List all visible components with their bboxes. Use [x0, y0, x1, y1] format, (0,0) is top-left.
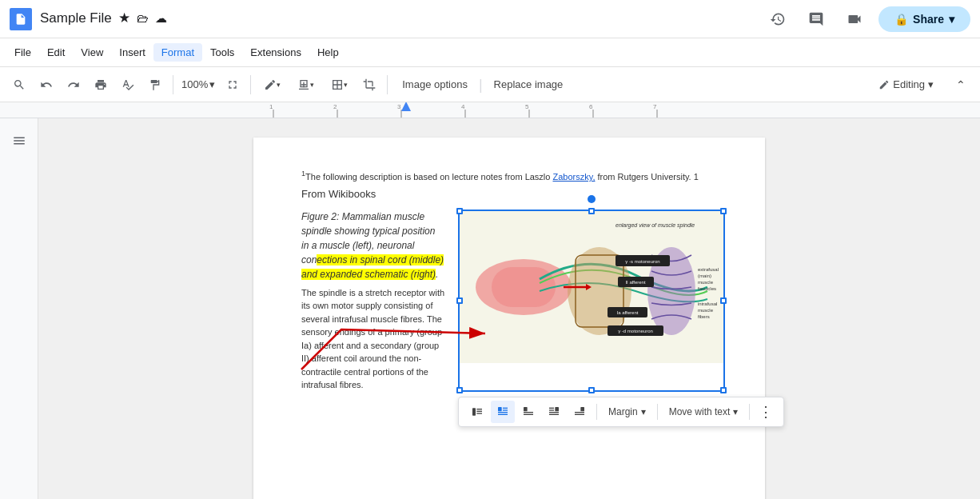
svg-text:4: 4	[461, 103, 465, 110]
chevron-up-icon: ⌃	[956, 78, 966, 91]
move-dropdown-icon: ▾	[733, 406, 738, 417]
svg-text:Ia afferent: Ia afferent	[617, 310, 639, 315]
margin-dropdown-button[interactable]: Margin ▾	[602, 403, 652, 421]
svg-text:enlarged view of muscle spindl: enlarged view of muscle spindle	[615, 222, 695, 229]
image-handle-top-center[interactable]	[588, 195, 596, 203]
document-page: 1The following description is based on l…	[253, 138, 765, 499]
comments-button[interactable]	[802, 5, 831, 34]
svg-text:fibers: fibers	[698, 314, 710, 319]
margin-label: Margin	[608, 406, 638, 417]
print-button[interactable]	[88, 72, 114, 98]
redo-button[interactable]	[61, 72, 86, 98]
border-button[interactable]: ▾	[289, 72, 321, 98]
svg-text:5: 5	[525, 103, 529, 110]
image-handle-top-middle[interactable]	[588, 208, 595, 214]
move-with-text-dropdown-button[interactable]: Move with text ▾	[663, 403, 745, 421]
collapse-toolbar-button[interactable]: ⌃	[948, 72, 974, 98]
figure-body-text: The spindle is a stretch receptor with i…	[301, 286, 445, 392]
replace-image-button[interactable]: Replace image	[484, 75, 573, 94]
image-handle-top-right[interactable]	[720, 208, 727, 214]
img-align-break-left-button[interactable]	[516, 401, 540, 423]
doc-title: Sample File	[40, 10, 112, 26]
menu-view[interactable]: View	[73, 43, 111, 62]
svg-text:fascicles: fascicles	[698, 286, 716, 291]
img-align-wrap-left-button[interactable]	[491, 401, 515, 423]
menu-help[interactable]: Help	[309, 43, 347, 62]
img-align-wrap-right-button[interactable]	[542, 401, 566, 423]
zoom-dropdown-icon: ▾	[209, 78, 215, 90]
footnote-text: 1The following description is based on l…	[301, 170, 717, 182]
image-options-button[interactable]: Image options	[392, 75, 477, 94]
svg-text:1: 1	[269, 103, 273, 110]
title-info: Sample File ★ 🗁 ☁	[40, 10, 763, 26]
svg-text:extrafusal: extrafusal	[698, 267, 719, 272]
pen-color-button[interactable]: ▾	[256, 72, 288, 98]
meet-button[interactable]	[840, 5, 869, 34]
crop-button[interactable]	[357, 72, 382, 98]
more-options-icon: ⋮	[759, 403, 773, 421]
figure-caption-text: Figure 2: Mammalian muscle spindle showi…	[301, 211, 444, 280]
margin-dropdown-icon: ▾	[641, 406, 646, 417]
document-scroll[interactable]: 1The following description is based on l…	[38, 118, 980, 499]
content-area: 1The following description is based on l…	[0, 118, 980, 499]
menu-edit[interactable]: Edit	[39, 43, 73, 62]
svg-text:muscle: muscle	[698, 308, 714, 313]
zoom-value: 100%	[181, 78, 208, 90]
image-placeholder: enlarged view of muscle spindle γ -s mot…	[460, 211, 723, 363]
toolbar-divider-2	[250, 75, 251, 94]
image-container[interactable]: enlarged view of muscle spindle γ -s mot…	[458, 210, 725, 392]
svg-text:muscle: muscle	[698, 280, 714, 285]
svg-text:intrafusal: intrafusal	[698, 301, 717, 306]
image-handle-top-left[interactable]	[456, 208, 463, 214]
fullscreen-button[interactable]	[220, 72, 245, 98]
table-border-button[interactable]: ▾	[323, 72, 355, 98]
menu-insert[interactable]: Insert	[111, 43, 153, 62]
zoom-control[interactable]: 100% ▾	[178, 77, 218, 92]
menu-file[interactable]: File	[6, 43, 39, 62]
svg-text:II afferent: II afferent	[625, 280, 646, 285]
img-toolbar-divider-3	[749, 404, 750, 420]
title-actions: 🔒 Share ▾	[763, 5, 970, 34]
menu-extensions[interactable]: Extensions	[242, 43, 309, 62]
folder-icon[interactable]: 🗁	[137, 11, 149, 26]
image-toolbar: Margin ▾ Move with text ▾ ⋮	[458, 397, 784, 427]
search-toolbar-button[interactable]	[6, 72, 32, 98]
menu-tools[interactable]: Tools	[202, 43, 242, 62]
share-button[interactable]: 🔒 Share ▾	[878, 6, 970, 32]
figure-section: Figure 2: Mammalian muscle spindle showi…	[301, 210, 717, 392]
image-handle-middle-right[interactable]	[720, 297, 727, 304]
menu-format[interactable]: Format	[153, 43, 202, 62]
image-more-options-button[interactable]: ⋮	[755, 401, 777, 423]
editing-label: Editing	[893, 78, 925, 90]
svg-text:γ -d motoneuron: γ -d motoneuron	[618, 329, 653, 333]
cloud-icon[interactable]: ☁	[155, 11, 167, 26]
star-icon[interactable]: ★	[118, 10, 130, 26]
svg-rect-17	[492, 267, 556, 307]
image-handle-bottom-left[interactable]	[456, 387, 463, 393]
app-icon	[10, 8, 32, 30]
left-sidebar	[0, 118, 38, 499]
footnote-link[interactable]: Zaborszky,	[552, 172, 595, 182]
move-with-text-label: Move with text	[669, 406, 731, 417]
paint-format-button[interactable]	[142, 72, 168, 98]
ruler: 1 2 3 4 5 6 7	[0, 102, 980, 118]
ruler-inner: 1 2 3 4 5 6 7	[217, 102, 980, 118]
muscle-diagram-svg: enlarged view of muscle spindle γ -s mot…	[460, 211, 723, 363]
image-handle-bottom-middle[interactable]	[588, 387, 595, 393]
image-handle-middle-left[interactable]	[456, 297, 463, 304]
img-align-inline-button[interactable]	[465, 401, 489, 423]
history-button[interactable]	[763, 5, 792, 34]
svg-rect-44	[498, 407, 502, 411]
sidebar-menu-icon[interactable]	[6, 128, 32, 154]
menu-bar: File Edit View Insert Format Tools Exten…	[0, 38, 980, 67]
title-bar: Sample File ★ 🗁 ☁ 🔒 Share ▾	[0, 0, 980, 38]
svg-text:3: 3	[397, 103, 401, 110]
editing-mode-button[interactable]: Editing ▾	[869, 75, 943, 94]
toolbar-divider-1	[173, 75, 173, 94]
spellcheck-button[interactable]	[115, 72, 141, 98]
svg-rect-49	[524, 407, 528, 411]
img-align-break-right-button[interactable]	[568, 401, 592, 423]
undo-button[interactable]	[34, 72, 59, 98]
image-handle-bottom-right[interactable]	[720, 387, 727, 393]
svg-marker-14	[401, 102, 411, 111]
